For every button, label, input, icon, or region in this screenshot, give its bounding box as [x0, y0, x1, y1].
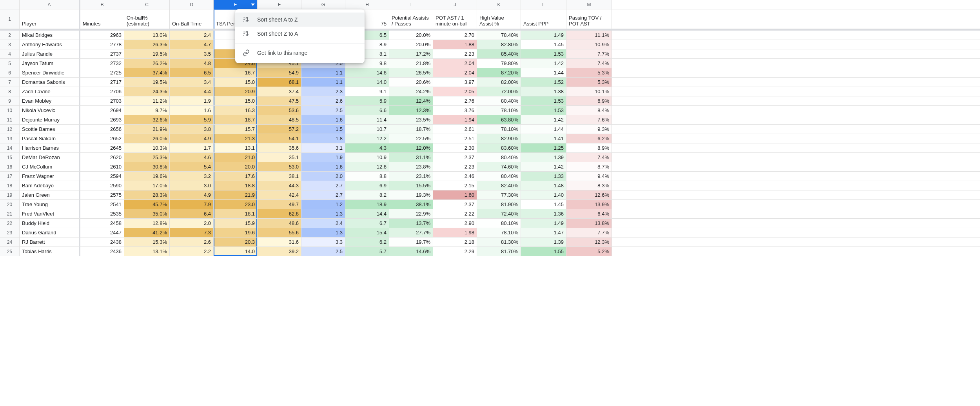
cell-L[interactable]: 1.44: [521, 68, 566, 77]
cell-J[interactable]: 2.23: [433, 49, 477, 58]
cell-C[interactable]: 32.6%: [124, 115, 170, 124]
cell-C[interactable]: 17.0%: [124, 181, 170, 190]
cell-J[interactable]: 1.94: [433, 115, 477, 124]
select-all-corner[interactable]: [0, 0, 20, 9]
cell-A[interactable]: Trae Young: [20, 200, 80, 209]
cell-G[interactable]: 2.7: [301, 181, 345, 190]
cell-A[interactable]: Harrison Barnes: [20, 143, 80, 152]
row-number[interactable]: 4: [0, 49, 20, 58]
cell-G[interactable]: 1.6: [301, 115, 345, 124]
cell-A[interactable]: Pascal Siakam: [20, 134, 80, 143]
cell-G[interactable]: 1.5: [301, 125, 345, 134]
cell-C[interactable]: 19.6%: [124, 172, 170, 181]
cell-M[interactable]: 13.8%: [566, 219, 612, 228]
cell-K[interactable]: 82.00%: [477, 78, 521, 87]
column-header-F[interactable]: F: [258, 0, 301, 9]
cell-K[interactable]: 80.10%: [477, 219, 521, 228]
row-number[interactable]: 25: [0, 247, 20, 256]
cell-K[interactable]: 72.40%: [477, 209, 521, 218]
column-header-M[interactable]: M: [566, 0, 612, 9]
cell-L[interactable]: 1.45: [521, 40, 566, 49]
cell-M[interactable]: 6.2%: [566, 134, 612, 143]
cell-I[interactable]: 12.0%: [389, 143, 433, 152]
cell-L[interactable]: 1.53: [521, 96, 566, 105]
cell-G[interactable]: 1.6: [301, 162, 345, 171]
cell-K[interactable]: 81.30%: [477, 237, 521, 246]
cell-M[interactable]: 5.2%: [566, 247, 612, 256]
cell-A[interactable]: DeMar DeRozan: [20, 153, 80, 162]
cell-L[interactable]: 1.33: [521, 172, 566, 181]
cell-M[interactable]: 13.9%: [566, 200, 612, 209]
cell-I[interactable]: 38.1%: [389, 200, 433, 209]
cell-E[interactable]: 15.0: [214, 78, 258, 87]
cell-J[interactable]: 2.05: [433, 87, 477, 96]
cell-E[interactable]: 18.8: [214, 181, 258, 190]
cell-F[interactable]: 68.1: [258, 78, 301, 87]
cell-K[interactable]: 78.10%: [477, 106, 521, 115]
cell-E[interactable]: 14.0: [214, 247, 258, 256]
cell-J[interactable]: 2.46: [433, 172, 477, 181]
cell-K[interactable]: 78.10%: [477, 228, 521, 237]
cell-M[interactable]: 8.3%: [566, 181, 612, 190]
cell-D[interactable]: 5.4: [170, 162, 214, 171]
cell-F[interactable]: 54.9: [258, 68, 301, 77]
cell-I[interactable]: 19.7%: [389, 237, 433, 246]
cell-K[interactable]: 80.40%: [477, 172, 521, 181]
row-number[interactable]: 10: [0, 106, 20, 115]
cell-L[interactable]: 1.39: [521, 237, 566, 246]
cell-J[interactable]: 2.51: [433, 134, 477, 143]
cell-A[interactable]: Buddy Hield: [20, 219, 80, 228]
cell-H[interactable]: 8.2: [345, 190, 389, 199]
cell-C[interactable]: 12.8%: [124, 219, 170, 228]
cell-G[interactable]: 3.3: [301, 237, 345, 246]
cell-D[interactable]: 4.4: [170, 87, 214, 96]
cell-J[interactable]: 2.90: [433, 219, 477, 228]
cell-A[interactable]: CJ McCollum: [20, 162, 80, 171]
cell-H[interactable]: 5.7: [345, 247, 389, 256]
cell-J[interactable]: 2.70: [433, 31, 477, 40]
row-number[interactable]: 23: [0, 228, 20, 237]
cell-B[interactable]: 2732: [80, 59, 124, 68]
row-number[interactable]: 11: [0, 115, 20, 124]
cell-E[interactable]: 15.9: [214, 219, 258, 228]
cell-M[interactable]: 5.3%: [566, 68, 612, 77]
cell-L[interactable]: 1.42: [521, 115, 566, 124]
cell-B[interactable]: 2610: [80, 162, 124, 171]
cell-L[interactable]: 1.44: [521, 125, 566, 134]
cell-E[interactable]: 15.7: [214, 125, 258, 134]
cell-H[interactable]: 6.6: [345, 106, 389, 115]
cell-G[interactable]: 2.5: [301, 247, 345, 256]
cell-H[interactable]: 6.7: [345, 219, 389, 228]
cell-A[interactable]: RJ Barrett: [20, 237, 80, 246]
cell-F[interactable]: 48.5: [258, 115, 301, 124]
cell-J[interactable]: 2.61: [433, 125, 477, 134]
cell-I[interactable]: 17.2%: [389, 49, 433, 58]
cell-D[interactable]: 2.0: [170, 219, 214, 228]
cell-I[interactable]: 18.7%: [389, 125, 433, 134]
row-number[interactable]: 22: [0, 219, 20, 228]
column-header-G[interactable]: G: [301, 0, 345, 9]
cell-K[interactable]: 72.00%: [477, 87, 521, 96]
cell-I[interactable]: 31.1%: [389, 153, 433, 162]
cell-E[interactable]: 19.6: [214, 228, 258, 237]
cell-F[interactable]: 62.8: [258, 209, 301, 218]
cell-J[interactable]: 2.04: [433, 68, 477, 77]
cell-L[interactable]: 1.47: [521, 228, 566, 237]
row-number[interactable]: 16: [0, 162, 20, 171]
cell-M[interactable]: 12.6%: [566, 190, 612, 199]
cell-H[interactable]: 6.2: [345, 237, 389, 246]
cell-K[interactable]: 83.60%: [477, 143, 521, 152]
cell-I[interactable]: 24.2%: [389, 87, 433, 96]
cell-J[interactable]: 2.15: [433, 181, 477, 190]
cell-E[interactable]: 20.0: [214, 162, 258, 171]
cell-G[interactable]: 1.3: [301, 209, 345, 218]
cell-A[interactable]: Anthony Edwards: [20, 40, 80, 49]
row-number[interactable]: 14: [0, 143, 20, 152]
cell-J[interactable]: 1.88: [433, 40, 477, 49]
cell-A[interactable]: Spencer Dinwiddie: [20, 68, 80, 77]
cell-I[interactable]: 20.6%: [389, 78, 433, 87]
cell-B[interactable]: 2438: [80, 237, 124, 246]
cell-B[interactable]: 2541: [80, 200, 124, 209]
cell-H[interactable]: 6.9: [345, 181, 389, 190]
cell-K[interactable]: 82.90%: [477, 134, 521, 143]
